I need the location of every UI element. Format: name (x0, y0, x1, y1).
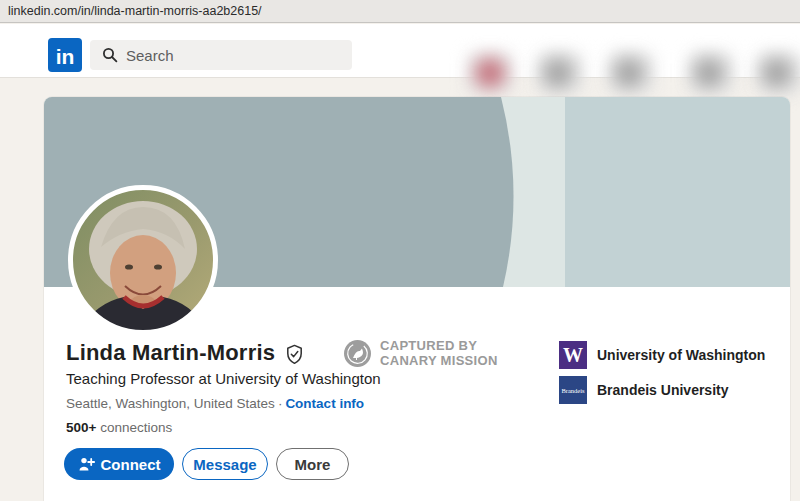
connect-button-label: Connect (101, 456, 161, 473)
verified-badge-icon[interactable] (283, 343, 306, 366)
message-button[interactable]: Message (182, 448, 268, 480)
connections-count: 500+ (66, 420, 96, 435)
connections-row[interactable]: 500+ connections (66, 420, 172, 435)
profile-headline: Teaching Professor at University of Wash… (66, 370, 381, 387)
education-item-university-of-washington[interactable]: W University of Washington (559, 341, 779, 369)
more-button[interactable]: More (276, 448, 349, 480)
university-of-washington-logo: W (559, 341, 587, 369)
watermark-line1: CAPTURED BY (380, 338, 498, 353)
blurred-nav-icon-2 (543, 58, 573, 88)
contact-info-link[interactable]: Contact info (285, 396, 364, 411)
canary-mission-logo-icon (344, 340, 371, 367)
profile-photo[interactable] (68, 185, 218, 335)
message-button-label: Message (193, 456, 256, 473)
profile-name: Linda Martin-Morris (66, 340, 275, 366)
search-input-container[interactable] (90, 40, 352, 70)
profile-card: Linda Martin-Morris CAPTURED BY CANARY M… (44, 97, 790, 501)
education-list: W University of Washington Brandeis Bran… (559, 341, 779, 411)
canary-mission-watermark: CAPTURED BY CANARY MISSION (344, 338, 498, 368)
blurred-nav-icon-5 (762, 58, 792, 88)
browser-window: linkedin.com/in/linda-martin-morris-aa2b… (0, 0, 800, 501)
blurred-nav-icon-3 (614, 58, 644, 88)
connections-label: connections (100, 420, 172, 435)
brandeis-university-logo: Brandeis (559, 376, 587, 404)
watermark-line2: CANARY MISSION (380, 353, 498, 368)
search-icon (102, 47, 118, 63)
education-name: Brandeis University (597, 382, 729, 398)
connect-button[interactable]: Connect (64, 448, 174, 480)
browser-url-bar[interactable]: linkedin.com/in/linda-martin-morris-aa2b… (0, 0, 800, 23)
more-button-label: More (295, 456, 331, 473)
education-name: University of Washington (597, 347, 765, 363)
url-text: linkedin.com/in/linda-martin-morris-aa2b… (8, 4, 262, 18)
linkedin-navbar: in (0, 24, 800, 78)
person-add-icon (78, 456, 95, 473)
profile-location-row: Seattle, Washington, United States·Conta… (66, 396, 364, 411)
profile-location: Seattle, Washington, United States (66, 396, 275, 411)
education-item-brandeis-university[interactable]: Brandeis Brandeis University (559, 376, 779, 404)
separator-dot: · (278, 396, 283, 411)
search-input[interactable] (126, 47, 326, 64)
linkedin-logo-text: in (56, 45, 75, 69)
profile-photo-image (68, 185, 218, 335)
blurred-nav-icon-1 (475, 58, 505, 88)
linkedin-logo[interactable]: in (48, 38, 82, 72)
blurred-nav-icon-4 (694, 58, 724, 88)
